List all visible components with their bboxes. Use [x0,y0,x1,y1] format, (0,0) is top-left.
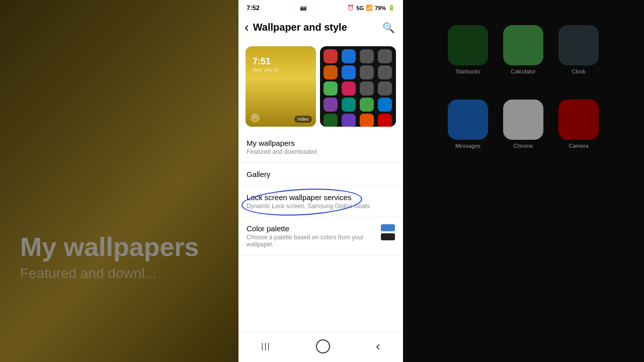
sidebar-item-lock-screen-services[interactable]: Lock screen wallpaper services Dynamic L… [238,186,403,217]
list-item [377,49,393,63]
list-item [323,65,339,79]
bg-icon-camera-label: Camera [569,143,588,149]
lock-screen-services-subtitle: Dynamic Lock screen, Samsung Global Goal… [247,203,395,210]
list-item [359,65,375,79]
lock-screen-preview[interactable]: 7:51 Mon, July 18 🔒 Video [246,46,316,127]
signal-5g: 5G [356,5,364,11]
status-bar: 7:52 📷 ⏰ 5G 📶 79% 🔋 [238,0,403,14]
my-wallpapers-title: My wallpapers [247,139,395,147]
list-item [359,49,375,63]
page-title: Wallpaper and style [253,22,380,33]
back-button[interactable]: ‹ [245,18,253,37]
phone-frame: 7:52 📷 ⏰ 5G 📶 79% 🔋 ‹ Wallpaper and styl… [238,0,403,362]
status-time: 7:52 [247,4,260,12]
bg-left-main-text: My wallpapers [20,233,199,261]
sidebar-item-my-wallpapers[interactable]: My wallpapers Featured and downloaded [238,132,403,163]
bg-right-panel: Starbucks Calculator Clock Messages Chro… [403,0,644,362]
bg-left-sub-text: Featured and downl... [20,265,199,282]
list-item [323,81,339,96]
bg-icon-clock-label: Clock [572,68,586,74]
wifi-icon: 📶 [366,5,373,11]
gallery-title: Gallery [247,170,395,178]
bg-icon-messages: Messages [448,100,488,149]
swatch-blue [381,224,395,231]
bg-icon-calculator-label: Calculator [511,68,536,74]
list-item [359,81,375,96]
list-item [377,65,393,79]
list-item [341,114,357,127]
recent-apps-button[interactable]: ||| [261,342,270,351]
bg-icon-chrome: Chrome [503,100,543,149]
color-palette-title: Color palette [247,224,376,233]
list-item [341,49,357,63]
sidebar-item-color-palette[interactable]: Color palette Choose a palette based on … [238,217,403,255]
bg-icon-starbucks: Starbucks [448,25,488,74]
list-item [359,98,375,112]
search-button[interactable]: 🔍 [380,20,397,36]
bg-icon-starbucks-label: Starbucks [456,68,480,74]
battery-icon: 🔋 [388,5,395,11]
lock-icon: 🔒 [251,114,260,123]
lock-screen-services-title: Lock screen wallpaper services [247,193,395,202]
bg-icon-calculator: Calculator [503,25,543,74]
circle-annotation [241,186,363,218]
status-right: ⏰ 5G 📶 79% 🔋 [347,5,395,11]
color-palette-subtitle: Choose a palette based on colors from yo… [247,234,376,248]
list-item [323,114,339,127]
home-button[interactable] [316,339,330,353]
list-item [341,65,357,79]
bg-icon-chrome-label: Chrome [513,143,533,149]
my-wallpapers-subtitle: Featured and downloaded [247,148,395,155]
alarm-icon: ⏰ [347,5,354,11]
bg-left-panel: My wallpapers Featured and downl... [0,0,238,362]
content-list: My wallpapers Featured and downloaded Ga… [238,132,403,332]
bottom-nav: ||| ‹ [238,332,403,362]
bg-icon-camera: Camera [558,100,599,149]
battery-level: 79% [375,5,386,11]
palette-swatches [381,224,395,240]
list-item [341,81,357,96]
back-nav-button[interactable]: ‹ [376,338,380,354]
preview-lock-time: 7:51 [253,56,271,67]
list-item [377,81,393,96]
preview-lock-date: Mon, July 18 [253,67,278,72]
bg-right-icons-grid: Starbucks Calculator Clock Messages Chro… [448,25,599,149]
palette-text: Color palette Choose a palette based on … [247,224,376,248]
wallpaper-preview-area: 7:51 Mon, July 18 🔒 Video [238,41,403,132]
list-item [323,49,339,63]
swatch-dark [381,233,395,240]
bg-icon-clock: Clock [558,25,599,74]
home-icons-grid [323,49,393,127]
sidebar-item-gallery[interactable]: Gallery [238,163,403,186]
list-item [377,114,393,127]
list-item [377,98,393,112]
video-badge: Video [294,116,312,123]
camera-icon: 📷 [300,5,307,11]
list-item [359,114,375,127]
header: ‹ Wallpaper and style 🔍 [238,14,403,41]
home-screen-preview[interactable] [320,46,396,127]
list-item [323,98,339,112]
list-item [341,98,357,112]
bg-icon-messages-label: Messages [455,143,480,149]
